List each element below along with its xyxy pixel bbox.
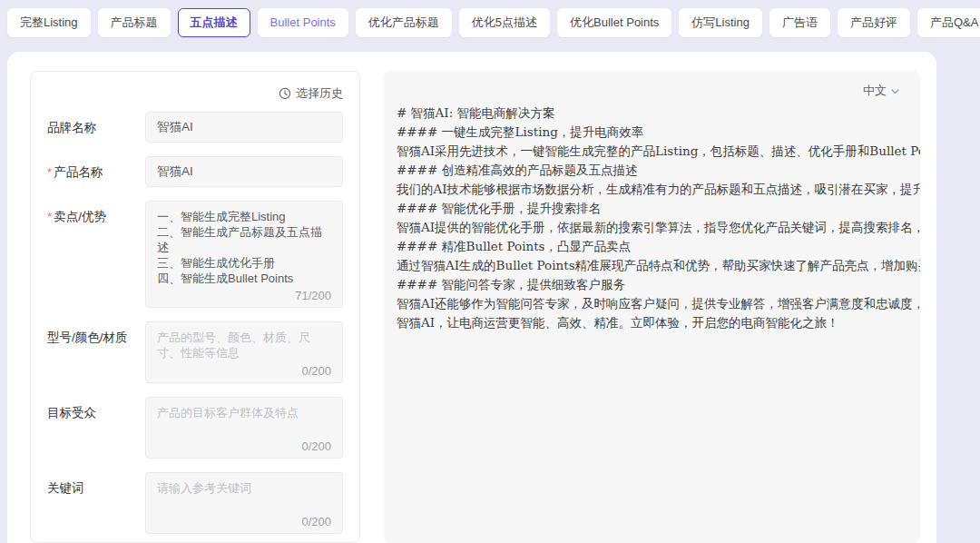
generated-output-panel: 中文 # 智猫AI: 智能电商解决方案 #### 一键生成完整Listing，提… — [384, 71, 920, 543]
keywords-label: 关键词 — [47, 472, 145, 534]
brand-name-row: 品牌名称 — [47, 112, 343, 143]
tab-product-qa[interactable]: 产品Q&A — [917, 8, 980, 37]
tab-product-title[interactable]: 产品标题 — [98, 8, 171, 37]
markdown-output: # 智猫AI: 智能电商解决方案 #### 一键生成完整Listing，提升电商… — [384, 104, 920, 332]
tab-optimize-product-title[interactable]: 优化产品标题 — [356, 8, 452, 37]
model-color-material-field: 0/200 — [145, 321, 343, 383]
language-selector[interactable]: 中文 — [384, 78, 920, 100]
model-color-material-label: 型号/颜色/材质 — [47, 321, 145, 383]
model-color-material-row: 型号/颜色/材质 0/200 — [47, 321, 343, 383]
char-counter: 71/200 — [295, 289, 331, 302]
output-line: #### 一键生成完整Listing，提升电商效率 — [397, 123, 920, 142]
output-line: 我们的AI技术能够根据市场数据分析，生成精准有力的产品标题和五点描述，吸引潜在买… — [397, 180, 920, 199]
output-line: 智猫AI采用先进技术，一键智能生成完整的产品Listing，包括标题、描述、优化… — [397, 142, 920, 161]
history-clock-icon — [279, 87, 291, 100]
output-line: #### 精准Bullet Points，凸显产品卖点 — [397, 237, 920, 256]
product-name-input[interactable] — [146, 157, 342, 186]
keywords-field: 0/200 — [145, 472, 343, 534]
product-name-label: *产品名称 — [47, 156, 145, 187]
output-line: 通过智猫AI生成的Bullet Points精准展现产品特点和优势，帮助买家快速… — [397, 256, 920, 275]
product-name-field — [145, 156, 343, 187]
output-line: 智猫AI，让电商运营更智能、高效、精准。立即体验，开启您的电商智能化之旅！ — [397, 313, 920, 332]
main-card: 选择历史 品牌名称 *产品名称 *卖点/优势 — [7, 52, 936, 543]
tab-product-reviews[interactable]: 产品好评 — [838, 8, 910, 37]
feature-tabbar: 完整Listing 产品标题 五点描述 Bullet Points 优化产品标题… — [0, 0, 980, 37]
target-audience-textarea[interactable] — [157, 405, 331, 438]
chevron-down-icon — [890, 85, 900, 96]
model-color-material-textarea[interactable] — [157, 330, 331, 362]
output-line: #### 智能优化手册，提升搜索排名 — [397, 199, 920, 218]
output-line: #### 智能问答专家，提供细致客户服务 — [397, 275, 920, 294]
input-form-panel: 选择历史 品牌名称 *产品名称 *卖点/优势 — [30, 71, 360, 543]
brand-name-input[interactable] — [146, 113, 342, 142]
target-audience-label: 目标受众 — [47, 397, 145, 459]
target-audience-field: 0/200 — [145, 397, 343, 459]
char-counter: 0/200 — [301, 439, 331, 453]
target-audience-row: 目标受众 0/200 — [47, 397, 343, 459]
keywords-textarea[interactable] — [157, 480, 331, 513]
product-name-row: *产品名称 — [47, 156, 343, 187]
selling-points-row: *卖点/优势 一、智能生成完整Listing 二、智能生成产品标题及五点描述 三… — [47, 201, 343, 308]
selling-points-field: 一、智能生成完整Listing 二、智能生成产品标题及五点描述 三、智能生成优化… — [145, 201, 343, 308]
brand-name-label: 品牌名称 — [47, 112, 145, 143]
char-counter: 0/200 — [301, 515, 331, 528]
tab-five-point-description[interactable]: 五点描述 — [178, 8, 250, 37]
output-line: 智猫AI提供的智能优化手册，依据最新的搜索引擎算法，指导您优化产品关键词，提高搜… — [397, 218, 920, 237]
select-history-button[interactable]: 选择历史 — [47, 83, 343, 104]
language-selector-value: 中文 — [863, 83, 887, 99]
output-line: 智猫AI还能够作为智能问答专家，及时响应客户疑问，提供专业解答，增强客户满意度和… — [397, 294, 920, 313]
output-line: # 智猫AI: 智能电商解决方案 — [397, 104, 920, 123]
char-counter: 0/200 — [301, 364, 331, 378]
brand-name-field — [145, 112, 343, 143]
required-marker: * — [47, 210, 52, 223]
output-line: #### 创造精准高效的产品标题及五点描述 — [397, 161, 920, 180]
select-history-label: 选择历史 — [296, 85, 343, 102]
tab-optimize-5-point-description[interactable]: 优化5点描述 — [459, 8, 550, 37]
tab-ad-copy[interactable]: 广告语 — [769, 8, 830, 37]
tab-bullet-points[interactable]: Bullet Points — [258, 8, 348, 37]
selling-points-label: *卖点/优势 — [47, 201, 145, 308]
tab-rewrite-listing[interactable]: 仿写Listing — [679, 8, 762, 37]
selling-points-textarea[interactable]: 一、智能生成完整Listing 二、智能生成产品标题及五点描述 三、智能生成优化… — [157, 209, 331, 287]
tab-optimize-bullet-points[interactable]: 优化Bullet Points — [557, 8, 671, 37]
required-marker: * — [47, 165, 52, 179]
tab-complete-listing[interactable]: 完整Listing — [7, 8, 91, 37]
keywords-row: 关键词 0/200 — [47, 472, 343, 534]
